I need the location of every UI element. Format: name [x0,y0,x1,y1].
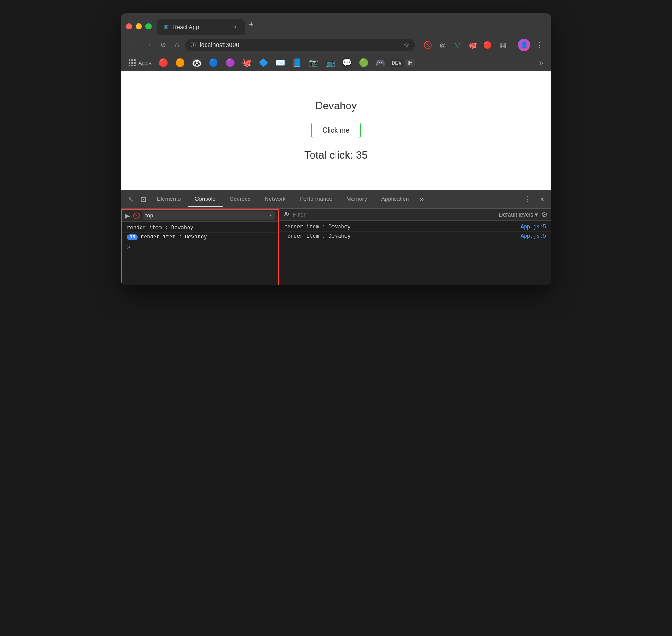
bm-item-11[interactable]: 📺 [323,57,338,69]
devtools-tab-performance[interactable]: Performance [293,191,339,207]
more-options-button[interactable]: ⋮ [533,38,546,51]
devtools-tab-application[interactable]: Application [374,191,416,207]
bm-item-13[interactable]: 🟢 [356,57,371,69]
bm-item-1[interactable]: 🔴 [156,57,171,69]
devtools-more-tabs-button[interactable]: » [416,190,427,208]
bm-item-2[interactable]: 🟠 [173,57,188,69]
address-info-icon: ⓘ [191,41,196,49]
log-text-2: render item : Devahoy [141,234,273,240]
console-empty-area [279,243,551,285]
console-log-area: render item : Devahoy 35 render item : D… [122,222,278,253]
context-arrow-icon: ▾ [270,213,272,218]
devtools-tab-memory[interactable]: Memory [340,191,374,207]
main-log-text-1: render item : Devahoy [284,224,350,230]
devtools-tab-elements[interactable]: Elements [150,191,188,207]
console-settings-button[interactable]: ⚙ [542,210,548,219]
toolbar-separator [513,40,513,50]
console-log-line-1: render item : Devahoy [122,224,278,233]
profile-avatar[interactable]: 👤 [518,39,530,51]
console-main-logs: render item : Devahoy App.js:5 render it… [279,221,551,243]
reload-button[interactable]: ↺ [158,39,169,51]
bm-item-8[interactable]: ✉️ [273,57,288,69]
tab-close-button[interactable]: × [232,23,238,31]
devtools-action-buttons: ⋮ × [521,192,548,207]
devtools-layers-icon[interactable]: ⊡ [137,191,150,208]
title-bar: ⚛ React App × + [121,13,551,35]
devtools-tab-sources[interactable]: Sources [223,191,258,207]
devtools-close-button[interactable]: × [537,192,548,207]
log-badge-2: 35 [127,234,138,240]
console-clear-button[interactable]: 🚫 [133,212,140,219]
bookmarks-more-button[interactable]: » [536,57,546,69]
devtools-tab-console[interactable]: Console [188,191,223,207]
bm-item-6[interactable]: 🐙 [239,57,254,69]
console-sidebar: ▶ 🚫 top ▾ render item : Devahoy 35 rende… [121,209,279,285]
bm-item-5[interactable]: 🟣 [223,57,238,69]
console-main: 👁 Default levels ▾ ⚙ render item : Devah… [279,209,551,285]
toolbar-icon-vuejs[interactable]: ▽ [452,39,464,51]
bm-item-12[interactable]: 💬 [340,57,354,69]
bm-item-7[interactable]: 🔷 [256,57,271,69]
address-text: localhost:3000 [200,41,400,48]
devtools-cursor-icon[interactable]: ↖ [124,191,137,208]
main-log-text-2: render item : Devahoy [284,233,350,239]
console-prompt-icon: > [127,243,130,250]
console-log-line-2: 35 render item : Devahoy [122,233,278,242]
browser-window: ⚛ React App × + ← → ↺ ⌂ ⓘ localhost:3000… [121,13,551,285]
page-heading: Devahoy [315,100,357,112]
levels-label: Default levels [499,211,533,218]
tab-react-icon: ⚛ [163,23,169,31]
address-bar: ← → ↺ ⌂ ⓘ localhost:3000 ☆ 🚫 ◎ ▽ 🐙 🔴 ▦ 👤… [121,35,551,55]
devtools-tab-network[interactable]: Network [258,191,293,207]
browser-tab[interactable]: ⚛ React App × [157,19,245,35]
toolbar-icon-ext[interactable]: ▦ [496,39,509,51]
devtools-options-button[interactable]: ⋮ [521,192,535,207]
webpage-content: Devahoy Click me Total click: 35 [121,71,551,190]
main-log-line-1: render item : Devahoy App.js:5 [279,223,551,232]
toolbar-icon-stop[interactable]: 🚫 [422,39,434,51]
maximize-window-button[interactable] [145,23,152,29]
address-input-wrap[interactable]: ⓘ localhost:3000 ☆ [185,39,415,51]
minimize-window-button[interactable] [136,23,142,29]
console-levels-button[interactable]: Default levels ▾ [499,211,538,218]
apps-grid-icon [129,59,136,66]
devtools-panel: ↖ ⊡ Elements Console Sources Network Per… [121,190,551,285]
bm-item-4[interactable]: 🔵 [206,57,221,69]
click-count-label: Total click: 35 [304,149,368,161]
home-button[interactable]: ⌂ [172,39,182,51]
forward-button[interactable]: → [142,39,154,51]
window-controls [126,23,157,35]
console-eye-button[interactable]: 👁 [282,211,289,219]
new-tab-button[interactable]: + [245,18,258,35]
devtools-tab-bar: ↖ ⊡ Elements Console Sources Network Per… [121,190,551,209]
context-selector[interactable]: top ▾ [143,211,275,220]
console-toolbar: ▶ 🚫 top ▾ [122,210,278,222]
toolbar-icon-circle[interactable]: ◎ [437,39,449,51]
back-button[interactable]: ← [126,39,138,51]
bm-item-dev[interactable]: DEV [390,59,404,67]
click-me-button[interactable]: Click me [311,123,360,138]
close-window-button[interactable] [126,23,132,29]
console-filter-bar: 👁 Default levels ▾ ⚙ [279,209,551,221]
toolbar-icon-ublock[interactable]: 🔴 [481,39,494,51]
bm-item-3[interactable]: 🐼 [189,57,204,69]
tab-title: React App [173,24,228,30]
main-log-link-1[interactable]: App.js:5 [520,224,546,230]
levels-arrow-icon: ▾ [535,211,538,218]
bm-item-14[interactable]: 🎮 [373,57,388,69]
console-filter-input[interactable] [293,211,495,218]
context-label: top [145,212,268,219]
bookmarks-apps-item[interactable]: Apps [126,58,154,68]
bm-item-9[interactable]: 📘 [289,57,304,69]
console-area: ▶ 🚫 top ▾ render item : Devahoy 35 rende… [121,209,551,285]
main-log-link-2[interactable]: App.js:5 [520,233,546,239]
bm-item-ih[interactable]: IH [405,59,415,67]
toolbar-icon-redux[interactable]: 🐙 [466,39,479,51]
main-log-line-2: render item : Devahoy App.js:5 [279,232,551,241]
bookmark-star-icon[interactable]: ☆ [403,41,409,49]
log-text-1: render item : Devahoy [127,225,273,231]
bm-item-10[interactable]: 📷 [306,57,321,69]
bookmarks-bar: Apps 🔴 🟠 🐼 🔵 🟣 🐙 🔷 ✉️ 📘 📷 📺 💬 🟢 🎮 DEV IH… [121,55,551,71]
console-input-line[interactable]: > [122,242,278,252]
console-run-button[interactable]: ▶ [125,212,130,219]
